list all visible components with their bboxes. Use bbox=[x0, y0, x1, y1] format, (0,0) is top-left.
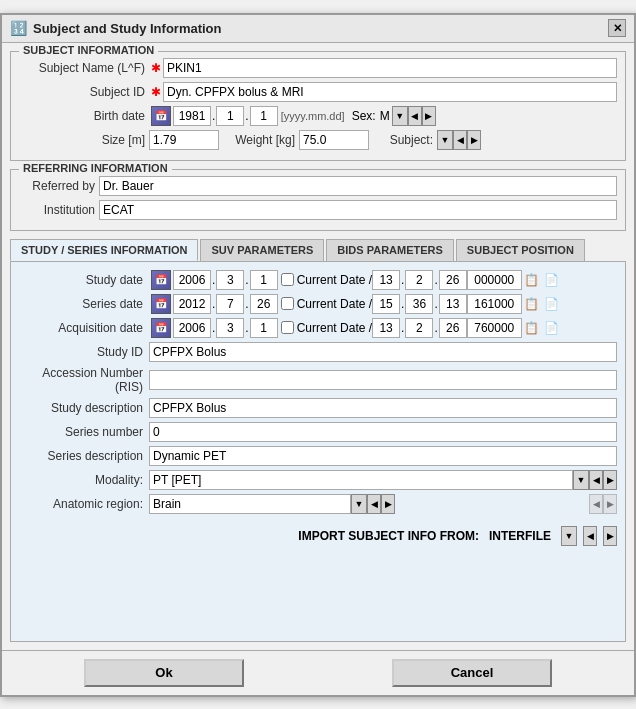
subject-id-row: Subject ID ✱ bbox=[19, 82, 617, 102]
window-icon: 🔢 bbox=[10, 20, 27, 36]
acq-date-label: Acquisition date bbox=[19, 321, 149, 335]
tab-study[interactable]: STUDY / SERIES INFORMATION bbox=[10, 239, 198, 261]
subject-name-input[interactable] bbox=[163, 58, 617, 78]
title-bar-left: 🔢 Subject and Study Information bbox=[10, 20, 222, 36]
referred-by-input[interactable] bbox=[99, 176, 617, 196]
modality-row: Modality: ▼ ◀ ▶ bbox=[19, 470, 617, 490]
subject-next[interactable]: ▶ bbox=[467, 130, 481, 150]
subject-info-label: SUBJECT INFORMATION bbox=[19, 44, 158, 56]
series-sec-input[interactable] bbox=[439, 294, 467, 314]
subject-dropdown[interactable]: ▼ bbox=[437, 130, 453, 150]
main-window: 🔢 Subject and Study Information ✕ SUBJEC… bbox=[0, 13, 636, 697]
acq-sec-input[interactable] bbox=[439, 318, 467, 338]
series-date-label: Series date bbox=[19, 297, 149, 311]
study-sec-input[interactable] bbox=[439, 270, 467, 290]
study-year-input[interactable] bbox=[173, 270, 211, 290]
study-id-label: Study ID bbox=[19, 345, 149, 359]
study-date-calendar-icon[interactable]: 📅 bbox=[151, 270, 171, 290]
tab-bids[interactable]: BIDS PARAMETERS bbox=[326, 239, 454, 261]
birth-day-input[interactable] bbox=[250, 106, 278, 126]
series-copy2-icon[interactable]: 📄 bbox=[543, 295, 561, 313]
series-year-input[interactable] bbox=[173, 294, 211, 314]
study-id-input[interactable] bbox=[149, 342, 617, 362]
acq-day-input[interactable] bbox=[250, 318, 278, 338]
acq-min-input[interactable] bbox=[405, 318, 433, 338]
weight-input[interactable] bbox=[299, 130, 369, 150]
window-body: SUBJECT INFORMATION Subject Name (L^F) ✱… bbox=[2, 43, 634, 650]
modality-input[interactable] bbox=[149, 470, 573, 490]
series-num-label: Series number bbox=[19, 425, 149, 439]
anatomic-extra-next[interactable]: ▶ bbox=[603, 494, 617, 514]
acq-current-date-label: Current Date / bbox=[297, 321, 372, 335]
study-current-date-checkbox[interactable] bbox=[281, 273, 294, 286]
anatomic-next[interactable]: ▶ bbox=[381, 494, 395, 514]
birth-date-row: Birth date 📅 . . [yyyy.mm.dd] Sex: M ▼ ◀… bbox=[19, 106, 617, 126]
sex-prev[interactable]: ◀ bbox=[408, 106, 422, 126]
subject-label: Subject: bbox=[377, 133, 437, 147]
acq-date-calendar-icon[interactable]: 📅 bbox=[151, 318, 171, 338]
series-month-input[interactable] bbox=[216, 294, 244, 314]
modality-prev[interactable]: ◀ bbox=[589, 470, 603, 490]
import-dropdown[interactable]: ▼ bbox=[561, 526, 577, 546]
acq-copy2-icon[interactable]: 📄 bbox=[543, 319, 561, 337]
series-current-date-label: Current Date / bbox=[297, 297, 372, 311]
subject-id-input[interactable] bbox=[163, 82, 617, 102]
series-copy1-icon[interactable]: 📋 bbox=[523, 295, 541, 313]
weight-label: Weight [kg] bbox=[219, 133, 299, 147]
study-ms-input[interactable] bbox=[467, 270, 522, 290]
series-min-input[interactable] bbox=[405, 294, 433, 314]
acq-current-date-checkbox[interactable] bbox=[281, 321, 294, 334]
referred-by-label: Referred by bbox=[19, 179, 99, 193]
referred-by-row: Referred by bbox=[19, 176, 617, 196]
subject-prev[interactable]: ◀ bbox=[453, 130, 467, 150]
size-input[interactable] bbox=[149, 130, 219, 150]
ok-button[interactable]: Ok bbox=[84, 659, 244, 687]
study-hour-input[interactable] bbox=[372, 270, 400, 290]
import-prev[interactable]: ◀ bbox=[583, 526, 597, 546]
modality-dropdown[interactable]: ▼ bbox=[573, 470, 589, 490]
series-desc-input[interactable] bbox=[149, 446, 617, 466]
acq-year-input[interactable] bbox=[173, 318, 211, 338]
acq-ms-input[interactable] bbox=[467, 318, 522, 338]
anatomic-prev[interactable]: ◀ bbox=[367, 494, 381, 514]
tab-position[interactable]: SUBJECT POSITION bbox=[456, 239, 585, 261]
study-desc-input[interactable] bbox=[149, 398, 617, 418]
tab-suv[interactable]: SUV PARAMETERS bbox=[200, 239, 324, 261]
modality-next[interactable]: ▶ bbox=[603, 470, 617, 490]
series-current-date-checkbox[interactable] bbox=[281, 297, 294, 310]
sex-next[interactable]: ▶ bbox=[422, 106, 436, 126]
series-date-calendar-icon[interactable]: 📅 bbox=[151, 294, 171, 314]
birth-date-calendar-icon[interactable]: 📅 bbox=[151, 106, 171, 126]
birth-date-hint: [yyyy.mm.dd] bbox=[281, 110, 345, 122]
sex-dropdown[interactable]: ▼ bbox=[392, 106, 408, 126]
birth-month-input[interactable] bbox=[216, 106, 244, 126]
study-date-row: Study date 📅 . . Current Date / . . 📋 📄 bbox=[19, 270, 617, 290]
anatomic-dropdown[interactable]: ▼ bbox=[351, 494, 367, 514]
study-copy2-icon[interactable]: 📄 bbox=[543, 271, 561, 289]
anatomic-row: Anatomic region: ▼ ◀ ▶ ◀ ▶ bbox=[19, 494, 617, 514]
acq-copy1-icon[interactable]: 📋 bbox=[523, 319, 541, 337]
close-button[interactable]: ✕ bbox=[608, 19, 626, 37]
accession-input[interactable] bbox=[149, 370, 617, 390]
series-day-input[interactable] bbox=[250, 294, 278, 314]
series-desc-label: Series description bbox=[19, 449, 149, 463]
import-label: IMPORT SUBJECT INFO FROM: bbox=[298, 529, 479, 543]
acq-month-input[interactable] bbox=[216, 318, 244, 338]
acq-hour-input[interactable] bbox=[372, 318, 400, 338]
accession-row: Accession Number (RIS) bbox=[19, 366, 617, 394]
import-next[interactable]: ▶ bbox=[603, 526, 617, 546]
study-min-input[interactable] bbox=[405, 270, 433, 290]
cancel-button[interactable]: Cancel bbox=[392, 659, 552, 687]
study-month-input[interactable] bbox=[216, 270, 244, 290]
series-ms-input[interactable] bbox=[467, 294, 522, 314]
anatomic-extra-prev[interactable]: ◀ bbox=[589, 494, 603, 514]
series-hour-input[interactable] bbox=[372, 294, 400, 314]
study-copy1-icon[interactable]: 📋 bbox=[523, 271, 541, 289]
birth-date-label: Birth date bbox=[19, 109, 149, 123]
subject-info-section: SUBJECT INFORMATION Subject Name (L^F) ✱… bbox=[10, 51, 626, 161]
series-num-input[interactable] bbox=[149, 422, 617, 442]
institution-input[interactable] bbox=[99, 200, 617, 220]
study-day-input[interactable] bbox=[250, 270, 278, 290]
birth-year-input[interactable] bbox=[173, 106, 211, 126]
anatomic-input[interactable] bbox=[149, 494, 351, 514]
